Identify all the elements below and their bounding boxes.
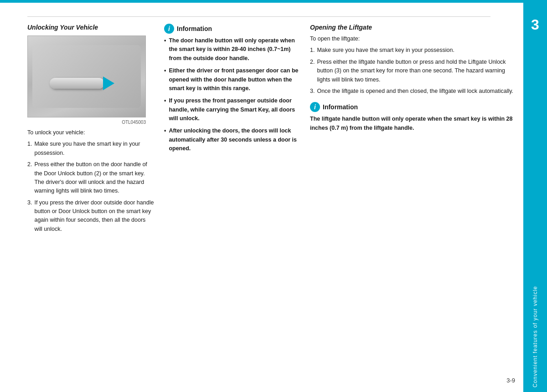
liftgate-step-text-2: Press either the liftgate handle button …	[317, 58, 514, 84]
opening-intro-text: To open the liftgate:	[310, 35, 514, 43]
info-bullet-1: The door handle button will only operate…	[164, 36, 301, 63]
chapter-number: 3	[531, 7, 539, 33]
step-num-2: 2.	[27, 160, 32, 196]
horizontal-rule	[27, 16, 490, 17]
info-icon-mid: i	[164, 24, 174, 34]
step-num-3: 3.	[27, 199, 32, 234]
unlock-step-3: 3. If you press the driver door outside …	[27, 199, 155, 234]
liftgate-step-text-3: Once the liftgate is opened and then clo…	[317, 87, 513, 96]
sidebar-right: 3 Convenient features of your vehicle	[523, 3, 547, 392]
unlock-steps: 1. Make sure you have the smart key in y…	[27, 140, 155, 234]
info-box-right-body: The liftgate handle button will only ope…	[310, 115, 514, 132]
main-area: Unlocking Your Vehicle OTL045003 To unlo…	[0, 3, 523, 392]
col-left: Unlocking Your Vehicle OTL045003 To unlo…	[27, 24, 155, 383]
liftgate-step-text-1: Make sure you have the smart key in your…	[317, 46, 454, 55]
car-door-image	[27, 36, 146, 117]
info-box-header: i Information	[164, 24, 301, 34]
col-right: Opening the Liftgate To open the liftgat…	[310, 24, 514, 383]
info-bullet-1-text: The door handle button will only operate…	[169, 36, 301, 63]
liftgate-step-3: 3. Once the liftgate is opened and then …	[310, 87, 514, 96]
info-box-right: i Information The liftgate handle button…	[310, 102, 514, 132]
liftgate-step-1: 1. Make sure you have the smart key in y…	[310, 46, 514, 55]
info-icon-right: i	[310, 102, 320, 112]
liftgate-steps: 1. Make sure you have the smart key in y…	[310, 46, 514, 96]
image-code: OTL045003	[27, 120, 146, 125]
page-number: 3-9	[506, 377, 515, 384]
liftgate-step-2: 2. Press either the liftgate handle butt…	[310, 58, 514, 84]
step-num-1: 1.	[27, 140, 32, 158]
liftgate-step-num-2: 2.	[310, 58, 315, 84]
info-bullet-3-text: If you press the front passenger outside…	[169, 97, 301, 123]
info-bullet-3: If you press the front passenger outside…	[164, 97, 301, 123]
info-box-right-header: i Information	[310, 102, 514, 112]
step-text-1: Make sure you have the smart key in your…	[34, 140, 155, 158]
col-mid: i Information The door handle button wil…	[164, 24, 301, 383]
door-arrow-icon	[103, 76, 114, 90]
liftgate-step-num-3: 3.	[310, 87, 315, 96]
info-bullet-4-text: After unlocking the doors, the doors wil…	[169, 127, 301, 153]
info-bullet-2-text: Either the driver or front passenger doo…	[169, 66, 301, 93]
info-bullets: The door handle button will only operate…	[164, 36, 301, 153]
unlock-step-2: 2. Press either the button on the door h…	[27, 160, 155, 196]
info-box-mid-title: Information	[177, 25, 212, 32]
info-bullet-4: After unlocking the doors, the doors wil…	[164, 127, 301, 153]
info-box-mid: i Information The door handle button wil…	[164, 24, 301, 153]
info-box-right-title: Information	[323, 103, 358, 111]
page-content: Unlocking Your Vehicle OTL045003 To unlo…	[0, 3, 547, 392]
step-text-2: Press either the button on the door hand…	[34, 160, 155, 196]
unlock-intro: To unlock your vehicle:	[27, 128, 155, 137]
liftgate-step-num-1: 1.	[310, 46, 315, 55]
opening-intro: To open the liftgate:	[310, 35, 514, 43]
unlocking-title: Unlocking Your Vehicle	[27, 24, 155, 31]
info-bullet-2: Either the driver or front passenger doo…	[164, 66, 301, 93]
chapter-label: Convenient features of your vehicle	[532, 277, 538, 387]
three-col-layout: Unlocking Your Vehicle OTL045003 To unlo…	[27, 24, 514, 383]
step-text-3: If you press the driver door outside doo…	[34, 199, 155, 234]
unlock-step-1: 1. Make sure you have the smart key in y…	[27, 140, 155, 158]
unlock-intro-text: To unlock your vehicle:	[27, 128, 155, 137]
opening-liftgate-title: Opening the Liftgate	[310, 24, 514, 31]
door-handle-shape	[50, 78, 104, 89]
